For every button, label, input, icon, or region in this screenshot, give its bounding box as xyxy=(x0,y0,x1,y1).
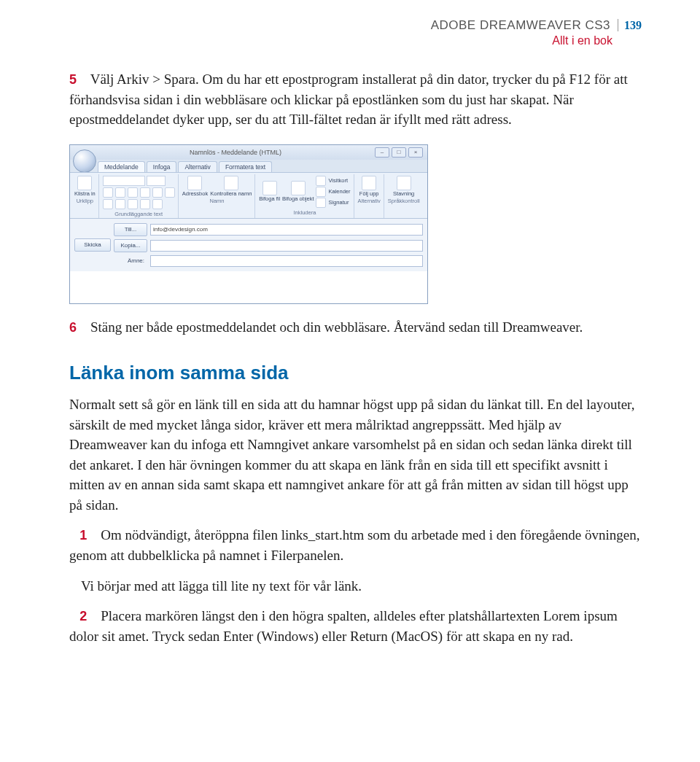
include-group-label: Inkludera xyxy=(259,209,350,216)
step-5-number: 5 xyxy=(69,72,77,87)
figure-email-window: Namnlös - Meddelande (HTML) – □ × Meddel… xyxy=(69,144,428,304)
message-body[interactable] xyxy=(70,271,427,303)
tab-formatera[interactable]: Formatera text xyxy=(219,161,272,172)
checknames-icon[interactable] xyxy=(224,176,238,190)
fig-window-title: Namnlös - Meddelande (HTML) xyxy=(96,149,375,156)
step-1-after: Vi börjar med att lägga till lite ny tex… xyxy=(69,576,642,596)
step-6: 6 Stäng ner både epostmeddelandet och di… xyxy=(69,317,642,338)
attach-file-icon[interactable] xyxy=(262,181,277,195)
tab-infoga[interactable]: Infoga xyxy=(147,161,177,172)
to-field[interactable]: info@devdesign.com xyxy=(150,224,423,236)
page-number: 139 xyxy=(618,19,642,31)
section-heading: Länka inom samma sida xyxy=(69,362,642,384)
ribbon-group-clipboard: Klistra in Urklipp xyxy=(71,174,99,218)
ribbon-group-options: Följ upp Alternativ xyxy=(355,174,384,218)
subject-label: Ämne: xyxy=(114,257,147,264)
ribbon-group-proof: Stavning Språkkontroll xyxy=(385,174,423,218)
ribbon: Klistra in Urklipp Grundläggande text Ad… xyxy=(70,172,427,219)
message-fields: Skicka Till... info@devdesign.com Kopia.… xyxy=(70,219,427,271)
addressbook-icon[interactable] xyxy=(187,176,202,190)
step-1-text: Om nödvändigt, återöppna filen links_sta… xyxy=(69,527,639,563)
page-header: ADOBE DREAMWEAVER CS3 139 Allt i en bok xyxy=(69,18,642,47)
step-6-text: Stäng ner både epostmeddelandet och din … xyxy=(90,319,583,335)
to-button[interactable]: Till... xyxy=(114,223,147,236)
fig-titlebar: Namnlös - Meddelande (HTML) – □ × xyxy=(70,145,427,160)
header-line-1: ADOBE DREAMWEAVER CS3 139 xyxy=(69,18,642,33)
send-button[interactable]: Skicka xyxy=(74,238,111,252)
spelling-icon[interactable] xyxy=(397,176,411,190)
step-2-text: Placera markören längst den i den högra … xyxy=(69,608,618,644)
step-1: 1 Om nödvändigt, återöppna filen links_s… xyxy=(69,525,642,565)
step-2-number: 2 xyxy=(79,609,87,623)
book-subtitle: Allt i en bok xyxy=(69,34,642,47)
step-5-text: Välj Arkiv > Spara. Om du har ett epostp… xyxy=(69,71,628,127)
cc-button[interactable]: Kopia... xyxy=(114,239,147,252)
section-intro: Normalt sett så gör en länk till en sida… xyxy=(69,394,642,515)
step-5: 5 Välj Arkiv > Spara. Om du har ett epos… xyxy=(69,69,642,130)
ribbon-group-include: Bifoga fil Bifoga objekt Visitkort Kalen… xyxy=(256,174,354,218)
ribbon-group-font: Grundläggande text xyxy=(100,174,179,218)
step-1-number: 1 xyxy=(79,528,87,543)
close-icon[interactable]: × xyxy=(408,147,423,158)
signature-icon[interactable] xyxy=(316,198,326,208)
tab-meddelande[interactable]: Meddelande xyxy=(98,161,145,172)
cc-field[interactable] xyxy=(150,240,423,252)
step-2: 2 Placera markören längst den i den högr… xyxy=(69,606,642,646)
followup-icon[interactable] xyxy=(362,176,376,190)
paste-icon[interactable] xyxy=(77,176,92,190)
card-icon[interactable] xyxy=(316,176,326,186)
attach-item-icon[interactable] xyxy=(291,181,306,195)
step-6-number: 6 xyxy=(69,320,77,335)
ribbon-tabs: Meddelande Infoga Alternativ Formatera t… xyxy=(70,160,427,172)
window-controls: – □ × xyxy=(375,147,423,158)
names-group-label: Namn xyxy=(182,198,252,204)
font-group-label: Grundläggande text xyxy=(103,211,175,217)
tab-alternativ[interactable]: Alternativ xyxy=(178,161,217,172)
ribbon-group-names: Adressbok Kontrollera namn Namn xyxy=(179,174,256,218)
product-name: ADOBE DREAMWEAVER CS3 xyxy=(431,18,610,32)
clipboard-group-label: Urklipp xyxy=(74,198,96,204)
minimize-icon[interactable]: – xyxy=(375,147,389,158)
options-group-label: Alternativ xyxy=(358,198,381,204)
proof-group-label: Språkkontroll xyxy=(388,198,420,204)
paste-label: Klistra in xyxy=(74,191,96,197)
subject-field[interactable] xyxy=(150,255,423,267)
office-orb-icon[interactable] xyxy=(73,149,96,173)
calendar-icon[interactable] xyxy=(316,187,326,197)
maximize-icon[interactable]: □ xyxy=(392,147,406,158)
